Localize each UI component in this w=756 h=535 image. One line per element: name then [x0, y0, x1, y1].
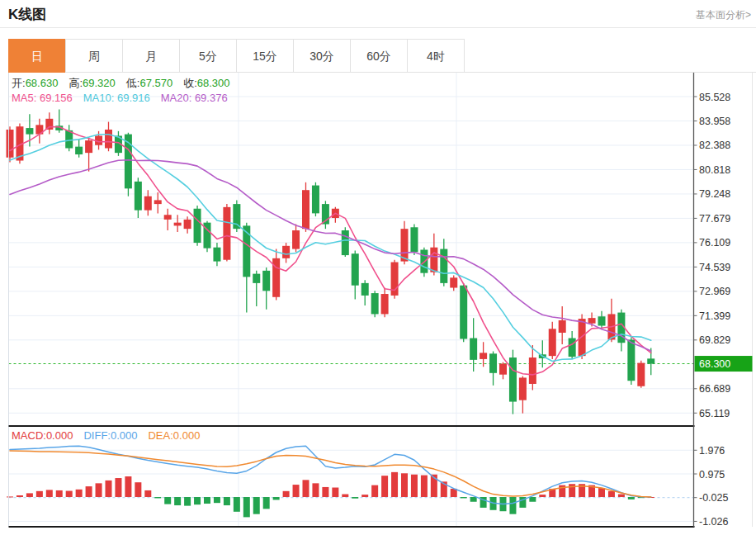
macd-bar [214, 497, 220, 503]
candle-body [470, 339, 477, 360]
candle-body [292, 230, 300, 249]
macd-bar [628, 497, 635, 499]
candle-body [312, 186, 319, 214]
kline-page: K线图 基本面分析> 日 周 月 5分 15分 30分 60分 4时 85.52… [0, 0, 756, 535]
tab-5min[interactable]: 5分 [179, 39, 237, 73]
candle-body [509, 357, 517, 402]
macd-bar [135, 482, 141, 497]
candle-body [627, 339, 635, 381]
tab-month[interactable]: 月 [122, 39, 180, 73]
macd-bar [125, 476, 131, 497]
candle-body [75, 147, 83, 154]
macd-bar [391, 472, 398, 497]
candle-body [637, 363, 645, 386]
macd-bar [263, 497, 270, 509]
macd-bar [86, 486, 92, 497]
tab-30min[interactable]: 30分 [293, 39, 351, 73]
candle-body [352, 253, 359, 285]
candle-body [135, 182, 142, 211]
tab-week[interactable]: 周 [65, 39, 123, 73]
candle-body [233, 204, 240, 229]
macd-axis-label: 0.975 [699, 469, 725, 481]
candle-body [519, 377, 527, 400]
macd-bar [7, 496, 13, 497]
macd-bar [204, 497, 210, 504]
tab-day[interactable]: 日 [8, 39, 66, 73]
candle-body [243, 225, 250, 277]
tab-4hour[interactable]: 4时 [407, 39, 465, 73]
fundamental-analysis-link[interactable]: 基本面分析> [696, 8, 751, 22]
macd-bar [411, 475, 418, 497]
macd-bar [17, 495, 23, 497]
candle-body [430, 248, 437, 272]
macd-bar [184, 497, 191, 506]
macd-bar [293, 485, 300, 497]
macd-bar [115, 478, 121, 497]
y-axis-label: 65.119 [699, 408, 730, 419]
candle-body [262, 271, 270, 291]
candle-body [302, 190, 309, 229]
macd-bar [106, 481, 112, 497]
candle-body [213, 248, 220, 262]
macd-bar [76, 490, 83, 497]
macd-bar [96, 483, 102, 497]
period-tabbar: 日 周 月 5分 15分 30分 60分 4时 [8, 39, 756, 73]
macd-bar [509, 497, 516, 514]
macd-bar [273, 497, 280, 499]
macd-bar [401, 473, 408, 497]
macd-bar [342, 495, 348, 497]
y-axis-label: 74.539 [699, 262, 730, 273]
macd-bar [56, 490, 63, 497]
candle-body [26, 128, 33, 135]
y-axis-label: 71.399 [699, 310, 730, 322]
macd-bar [36, 491, 43, 497]
last-price-tag-label: 68.300 [699, 358, 730, 370]
ma10-line [10, 135, 651, 362]
candle-body [194, 209, 201, 243]
macd-bar [352, 497, 358, 499]
candle-body [529, 357, 536, 384]
macd-bar [253, 497, 260, 514]
macd-bar [243, 497, 250, 517]
candle-body [164, 215, 172, 220]
macd-axis-label: -1.026 [699, 516, 728, 528]
tab-60min[interactable]: 60分 [350, 39, 408, 73]
macd-bar [66, 491, 73, 497]
candle-body [85, 140, 92, 153]
macd-bar [361, 495, 368, 497]
y-axis-label: 85.528 [699, 92, 730, 103]
tabbar-filler [465, 39, 756, 73]
macd-bar [46, 490, 53, 497]
candle-body [480, 353, 487, 359]
page-title: K线图 [8, 5, 46, 24]
macd-bar [461, 497, 467, 498]
candle-body [489, 353, 497, 372]
y-axis-label: 66.689 [699, 383, 730, 395]
macd-bar [618, 495, 625, 497]
candle-body [588, 318, 596, 324]
candle-body [154, 200, 162, 204]
macd-bar [144, 490, 151, 497]
y-axis-label: 77.679 [699, 213, 730, 225]
macd-bar [332, 488, 338, 497]
candle-body [559, 320, 566, 333]
macd-bar [154, 497, 161, 498]
candle-body [549, 329, 556, 356]
macd-bar [598, 488, 605, 497]
macd-bar [283, 491, 290, 497]
macd-axis-label: 1.976 [699, 445, 725, 457]
macd-bar [421, 476, 428, 497]
ma20-line [10, 160, 651, 351]
y-axis-label: 72.969 [699, 286, 730, 297]
candle-body [7, 130, 14, 158]
candle-body [184, 220, 191, 229]
candle-body [223, 207, 230, 260]
kline-macd-chart[interactable]: 85.52883.95882.38880.81879.24877.67976.1… [0, 73, 756, 528]
candle-body [144, 196, 152, 211]
macd-bar [174, 497, 181, 505]
y-axis-label: 76.109 [699, 237, 730, 249]
macd-bar [164, 497, 171, 504]
candle-body [105, 130, 112, 149]
macd-bar [470, 497, 477, 502]
tab-15min[interactable]: 15分 [236, 39, 294, 73]
